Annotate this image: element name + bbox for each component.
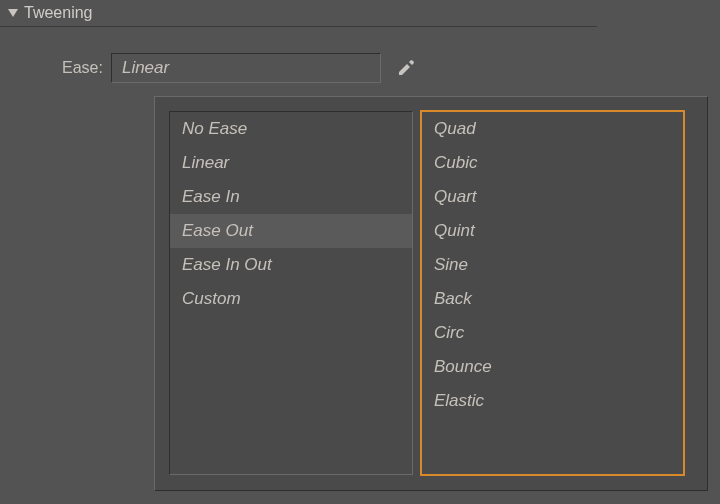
pencil-icon	[397, 59, 415, 77]
ease-category-list[interactable]: No EaseLinearEase InEase OutEase In OutC…	[169, 111, 413, 475]
ease-category-item[interactable]: No Ease	[170, 112, 412, 146]
ease-type-item[interactable]: Quint	[422, 214, 683, 248]
ease-category-item[interactable]: Custom	[170, 282, 412, 316]
ease-type-item[interactable]: Sine	[422, 248, 683, 282]
ease-type-item[interactable]: Quart	[422, 180, 683, 214]
ease-row: Ease: Linear	[0, 53, 720, 83]
ease-category-item[interactable]: Ease Out	[170, 214, 412, 248]
ease-type-item[interactable]: Elastic	[422, 384, 683, 418]
ease-dropdown[interactable]: Linear	[111, 53, 381, 83]
ease-preset-dropdown: No EaseLinearEase InEase OutEase In OutC…	[154, 96, 708, 491]
panel-title: Tweening	[24, 4, 93, 22]
ease-type-item[interactable]: Back	[422, 282, 683, 316]
edit-ease-button[interactable]	[397, 59, 415, 77]
ease-type-item[interactable]: Quad	[422, 112, 683, 146]
ease-type-item[interactable]: Bounce	[422, 350, 683, 384]
ease-category-item[interactable]: Linear	[170, 146, 412, 180]
ease-type-item[interactable]: Cubic	[422, 146, 683, 180]
ease-category-item[interactable]: Ease In	[170, 180, 412, 214]
ease-label: Ease:	[62, 59, 103, 77]
ease-type-list[interactable]: QuadCubicQuartQuintSineBackCircBounceEla…	[421, 111, 684, 475]
ease-category-item[interactable]: Ease In Out	[170, 248, 412, 282]
panel-header[interactable]: Tweening	[0, 0, 597, 27]
ease-value: Linear	[122, 58, 169, 78]
ease-type-item[interactable]: Circ	[422, 316, 683, 350]
collapse-toggle-icon[interactable]	[8, 9, 18, 17]
